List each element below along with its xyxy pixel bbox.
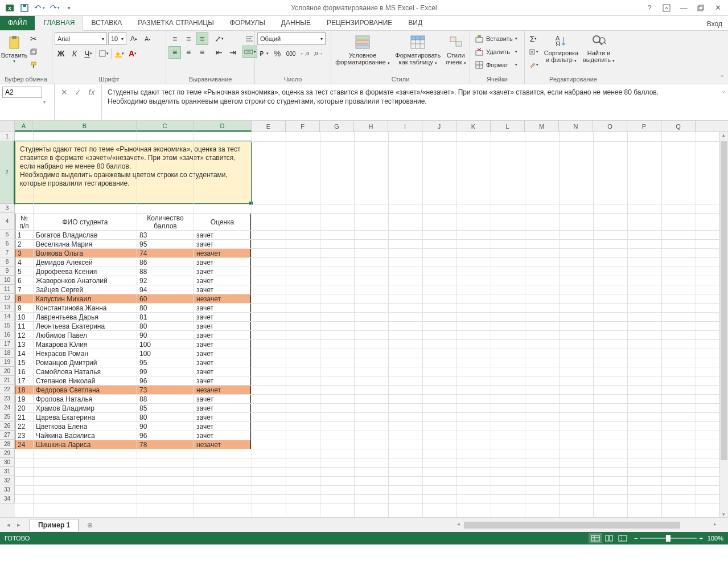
- cell-styles-button[interactable]: Стили ячеек ▾: [445, 32, 468, 67]
- font-name-combo[interactable]: Arial▾: [55, 32, 107, 45]
- column-header[interactable]: G: [320, 121, 354, 132]
- table-row[interactable]: 22Цветкова Елена90зачет: [15, 422, 251, 431]
- signin-link[interactable]: Вход: [701, 18, 728, 30]
- new-sheet-icon[interactable]: ⊕: [83, 519, 97, 531]
- tab-pagelayout[interactable]: РАЗМЕТКА СТРАНИЦЫ: [130, 16, 222, 30]
- row-header[interactable]: 3: [0, 204, 15, 213]
- align-middle-icon[interactable]: ≡: [182, 32, 195, 45]
- table-row[interactable]: 5Дорофеева Ксения88зачет: [15, 267, 251, 276]
- table-row[interactable]: 6Жаворонков Анатолий92зачет: [15, 276, 251, 285]
- table-row[interactable]: 12Любимов Павел90зачет: [15, 331, 251, 340]
- row-header[interactable]: 12: [0, 294, 15, 303]
- italic-icon[interactable]: К: [68, 47, 81, 60]
- normal-view-icon[interactable]: [589, 533, 602, 543]
- table-row[interactable]: 7Зайцев Сергей94зачет: [15, 285, 251, 294]
- horizontal-scrollbar-thumb[interactable]: [464, 522, 680, 529]
- insert-cells-button[interactable]: Вставить ▾: [472, 32, 520, 45]
- autosum-icon[interactable]: Σ▾: [527, 32, 540, 45]
- row-header[interactable]: 21: [0, 376, 15, 385]
- align-center-icon[interactable]: ≡: [182, 46, 195, 59]
- decrease-indent-icon[interactable]: ⇤: [213, 46, 225, 59]
- table-row[interactable]: 10Лаврентьева Дарья81зачет: [15, 313, 251, 322]
- column-header[interactable]: E: [252, 121, 286, 132]
- row-header[interactable]: 1: [0, 132, 15, 141]
- align-right-icon[interactable]: ≡: [196, 46, 208, 59]
- sheet-nav-prev-icon[interactable]: ◂: [3, 519, 14, 531]
- cancel-formula-icon[interactable]: ✕: [58, 87, 71, 98]
- zoom-thumb[interactable]: [666, 535, 671, 542]
- column-header[interactable]: O: [593, 121, 627, 132]
- row-header[interactable]: 25: [0, 412, 15, 421]
- table-row[interactable]: 1Богатов Владислав83зачет: [15, 231, 251, 240]
- save-icon[interactable]: [18, 2, 31, 14]
- row-header[interactable]: 17: [0, 339, 15, 349]
- table-row[interactable]: 20Храмов Владимир85зачет: [15, 404, 251, 413]
- name-box-input[interactable]: [2, 87, 42, 98]
- row-header[interactable]: 8: [0, 257, 15, 267]
- cells-area[interactable]: Студенты сдают тест по теме «Рыночная эк…: [15, 132, 728, 517]
- row-header[interactable]: 27: [0, 431, 15, 440]
- align-top-icon[interactable]: ≡: [168, 32, 181, 45]
- insert-function-icon[interactable]: fx: [85, 87, 98, 98]
- table-row[interactable]: 11Леонтьева Екатерина80зачет: [15, 322, 251, 331]
- decrease-decimal-icon[interactable]: ,0→: [312, 47, 324, 60]
- table-row[interactable]: 23Чайкина Василиса96зачет: [15, 431, 251, 440]
- tab-view[interactable]: ВИД: [400, 16, 430, 30]
- table-row[interactable]: 21Царева Екатерина80зачет: [15, 413, 251, 422]
- column-header[interactable]: P: [627, 121, 661, 132]
- tab-formulas[interactable]: ФОРМУЛЫ: [222, 16, 273, 30]
- sheet-nav-next-icon[interactable]: ▸: [14, 519, 24, 531]
- excel-icon[interactable]: X: [3, 2, 16, 14]
- row-header[interactable]: 31: [0, 467, 15, 476]
- format-cells-button[interactable]: Формат ▾: [472, 59, 520, 71]
- table-row[interactable]: 17Степанов Николай96зачет: [15, 376, 251, 386]
- conditional-formatting-button[interactable]: Условное форматирование ▾: [334, 32, 392, 67]
- orientation-icon[interactable]: ⤢▾: [213, 32, 225, 45]
- align-left-icon[interactable]: ≡: [168, 46, 181, 59]
- row-header[interactable]: 14: [0, 312, 15, 321]
- zoom-slider[interactable]: − +: [634, 535, 703, 542]
- help-icon[interactable]: ?: [641, 2, 657, 14]
- row-header[interactable]: 19: [0, 358, 15, 367]
- minimize-icon[interactable]: —: [676, 2, 692, 14]
- row-header[interactable]: 23: [0, 394, 15, 403]
- row-header[interactable]: 4: [0, 213, 15, 230]
- format-as-table-button[interactable]: Форматировать как таблицу ▾: [393, 32, 443, 67]
- row-header[interactable]: 34: [0, 494, 15, 503]
- align-bottom-icon[interactable]: ≡: [196, 32, 208, 45]
- task-description-cell[interactable]: Студенты сдают тест по теме «Рыночная эк…: [15, 141, 252, 204]
- formula-bar-expand-icon[interactable]: ⌄: [721, 87, 726, 96]
- font-size-combo[interactable]: 10▾: [108, 32, 126, 45]
- column-header[interactable]: F: [286, 121, 320, 132]
- table-row[interactable]: 9Константинова Жанна80зачет: [15, 304, 251, 313]
- table-row[interactable]: 16Самойлова Наталья99зачет: [15, 367, 251, 376]
- horizontal-scrollbar[interactable]: ◂ ▸: [456, 521, 718, 530]
- row-header[interactable]: 18: [0, 349, 15, 358]
- table-row[interactable]: 13Макарова Юлия100зачет: [15, 340, 251, 349]
- zoom-level[interactable]: 100%: [708, 535, 723, 542]
- ribbon-display-icon[interactable]: [659, 2, 674, 14]
- row-header[interactable]: 33: [0, 485, 15, 494]
- delete-cells-button[interactable]: Удалить ▾: [472, 46, 520, 58]
- table-row[interactable]: 3Волкова Ольга74незачет: [15, 249, 251, 258]
- vertical-scrollbar[interactable]: ▴ ▾: [719, 132, 728, 517]
- zoom-out-icon[interactable]: −: [634, 535, 637, 542]
- row-header[interactable]: 28: [0, 440, 15, 449]
- sheet-tab[interactable]: Пример 1: [30, 519, 79, 531]
- fill-icon[interactable]: ▾: [527, 46, 540, 58]
- row-header[interactable]: 32: [0, 476, 15, 485]
- column-header[interactable]: N: [559, 121, 593, 132]
- underline-icon[interactable]: Ч▾: [82, 47, 94, 60]
- redo-icon[interactable]: ▾: [48, 2, 60, 14]
- row-header[interactable]: 10: [0, 276, 15, 285]
- select-all-button[interactable]: [0, 121, 15, 132]
- row-header[interactable]: 5: [0, 230, 15, 239]
- row-header[interactable]: 16: [0, 330, 15, 339]
- percent-icon[interactable]: %: [271, 47, 283, 60]
- tab-file[interactable]: ФАЙЛ: [0, 16, 35, 30]
- increase-indent-icon[interactable]: ⇥: [227, 46, 239, 59]
- row-header[interactable]: 15: [0, 321, 15, 330]
- column-header[interactable]: Q: [661, 121, 696, 132]
- sort-filter-button[interactable]: AЯ Сортировка и фильтр ▾: [543, 32, 579, 64]
- tab-insert[interactable]: ВСТАВКА: [83, 16, 130, 30]
